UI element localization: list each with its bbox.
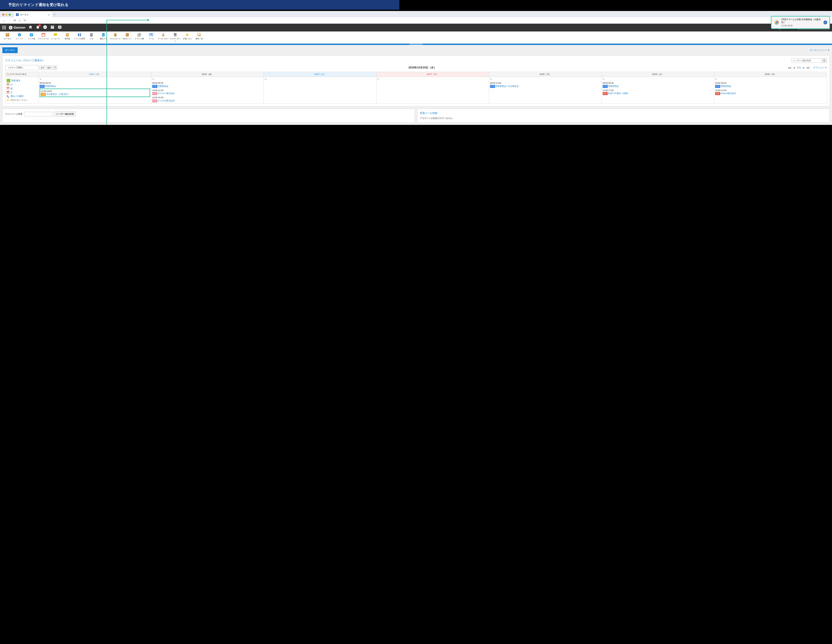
browser-tab[interactable]: G ポータル × <box>14 12 52 17</box>
home-nav-icon[interactable] <box>28 25 33 30</box>
day-header[interactable]: 10/27（日） <box>376 72 489 77</box>
event-item[interactable]: 10:00-12:00往訪Garoon株式会社 <box>715 89 826 95</box>
day-view-icon: 1 <box>6 83 9 86</box>
next-week-icon[interactable]: ▶▶ <box>807 66 810 69</box>
event-item[interactable]: 09:00-09:30打合営業部朝会 <box>152 82 263 88</box>
collapse-bar[interactable]: ⌃ <box>0 43 832 45</box>
nav-portal[interactable]: ポータル <box>2 32 13 42</box>
day-header[interactable]: 10/30（水） <box>714 72 827 77</box>
event-item[interactable]: 12:30-18:00出張月次報告会（大阪支社） <box>40 88 150 97</box>
event-item[interactable]: 09:00-09:30打合営業部朝会 <box>603 82 713 88</box>
nav-phone-memo[interactable]: 電話メモ <box>98 32 109 42</box>
popup-button[interactable]: ❐ <box>53 66 57 70</box>
maximize-window-icon[interactable] <box>9 14 11 16</box>
day-cell[interactable]: ✎09:00-10:00打合営業部朝会 / 月次報告会 <box>489 77 602 104</box>
day-header[interactable]: 10/28（月） <box>489 72 602 77</box>
event-item[interactable]: 09:00-09:30打合営業部朝会 <box>40 82 150 88</box>
user-picker-button[interactable]: ▾ <box>40 66 45 70</box>
day-cell[interactable]: ✎09:00-09:30打合営業部朝会10:00-12:00往訪ガルキン株式会社… <box>151 77 264 104</box>
nav-todo[interactable]: ToDoリスト <box>122 32 133 42</box>
event-item[interactable]: 09:00-10:00打合営業部朝会 / 月次報告会 <box>490 82 600 88</box>
add-event-icon[interactable]: ✎ <box>40 78 42 80</box>
nav-memo[interactable]: メモ <box>86 32 97 42</box>
add-event-icon[interactable]: ✎ <box>152 78 154 80</box>
nav-board[interactable]: 掲示板 <box>62 32 73 42</box>
event-item[interactable]: 14:00-15:00往訪サイボオ株式会社 <box>152 96 263 103</box>
add-event-icon[interactable]: ✎ <box>715 78 717 80</box>
next-day-icon[interactable]: ▶ <box>803 66 805 69</box>
home-icon[interactable]: ⌂ <box>19 19 20 22</box>
nav-files[interactable]: ファイル管理 <box>74 32 85 42</box>
event-item[interactable]: 13:00-17:00休み私用で午後休（高橋） <box>603 89 713 95</box>
month-view-link[interactable]: 月 <box>10 91 13 94</box>
phone-memo-link[interactable]: 電話メモ履歴 <box>10 95 23 98</box>
options-dropdown[interactable]: オプション ▼ <box>813 66 827 69</box>
nav-workflow[interactable]: ワークフロー <box>157 32 169 42</box>
day-header[interactable]: 10/25（金） <box>151 72 264 77</box>
nav-mail[interactable]: メール <box>146 32 157 42</box>
nav-links[interactable]: リンク集 <box>26 32 37 42</box>
day-cell[interactable]: ✎09:00-09:30打合営業部朝会13:00-17:00休み私用で午後休（高… <box>602 77 714 104</box>
nav-notifications[interactable]: 通知一覧 <box>194 32 205 42</box>
svg-rect-25 <box>91 35 92 35</box>
event-item[interactable]: 10:00-12:00往訪ガルキン株式会社 <box>152 89 263 95</box>
calendar-grid: 📋 (UTC+09:00) 東京 10/24（木） 10/25（金） 10/26… <box>5 72 827 104</box>
day-cell[interactable]: ✎ <box>264 77 376 104</box>
prev-week-icon[interactable]: ◀◀ <box>788 66 791 69</box>
desktop-notification[interactable]: [予定アラーム] 出張:月次報告会（大阪支社） 12:30-18:00 G <box>771 16 830 29</box>
bell-icon[interactable]: 1 <box>35 25 40 30</box>
user-avatar-icon <box>6 79 10 82</box>
prev-day-icon[interactable]: ◀ <box>793 66 795 69</box>
back-icon[interactable]: ← <box>3 19 5 22</box>
user-name-link[interactable]: 高橋 健太 <box>11 79 21 82</box>
nav-timecard[interactable]: タイムカード <box>109 32 121 42</box>
facility-picker-button[interactable]: 🏢▾ <box>46 66 52 70</box>
portal-menu-dropdown[interactable]: ポータルメニュー ▼ <box>810 47 830 51</box>
nav-space[interactable]: スペース <box>14 32 25 42</box>
day-cell[interactable]: ✎09:00-09:30打合営業部朝会12:30-18:00出張月次報告会（大阪… <box>38 77 151 104</box>
today-button[interactable]: 今日 <box>797 66 801 69</box>
close-window-icon[interactable] <box>2 14 4 16</box>
svg-rect-27 <box>114 33 117 37</box>
add-event-icon[interactable]: ✎ <box>265 78 267 80</box>
day-header[interactable]: 10/29（火） <box>602 72 714 77</box>
day-cell[interactable]: ✎ <box>376 77 489 104</box>
nav-message[interactable]: メッセージ <box>50 32 61 42</box>
schedule-search-input[interactable] <box>24 112 53 116</box>
svg-point-34 <box>174 35 175 36</box>
user-search-input[interactable] <box>792 58 822 62</box>
nav-schedule[interactable]: スケジュール <box>38 32 49 42</box>
svg-rect-29 <box>126 33 129 37</box>
group-select[interactable]: （グループ選択） <box>5 65 38 70</box>
arrow-right-icon <box>147 19 149 21</box>
close-tab-icon[interactable]: × <box>48 13 50 16</box>
smile-icon[interactable] <box>43 25 47 30</box>
day-cell[interactable]: ✎09:00-09:30打合営業部朝会10:00-12:00往訪Garoon株式… <box>714 77 827 104</box>
nav-favorite[interactable]: お気に入り <box>181 32 193 42</box>
search-icon[interactable] <box>822 58 827 62</box>
day-view-link[interactable]: 日 <box>10 83 13 86</box>
svg-rect-12 <box>6 35 9 37</box>
add-event-icon[interactable]: ✎ <box>603 78 605 80</box>
nav-address[interactable]: @アドレス帳 <box>133 32 145 42</box>
nav-multireport[interactable]: マルチレポート <box>170 32 181 42</box>
new-tab-button[interactable]: + <box>54 13 55 16</box>
add-event-icon[interactable]: ✎ <box>378 78 379 80</box>
apps-grid-icon[interactable] <box>2 26 6 29</box>
layout-icon[interactable] <box>50 25 54 30</box>
day-header[interactable]: 10/24（木） <box>38 72 151 77</box>
brand[interactable]: G Garoon <box>9 26 25 29</box>
day-header[interactable]: 10/26（土） <box>264 72 376 77</box>
week-view-link[interactable]: 週 <box>10 87 13 90</box>
user-facility-search-button[interactable]: ユーザー/施設検索 <box>54 112 76 117</box>
minimize-window-icon[interactable] <box>5 14 8 16</box>
svg-rect-21 <box>79 33 80 36</box>
forward-icon[interactable]: → <box>8 19 11 22</box>
reload-icon[interactable]: ⟳ <box>14 19 16 22</box>
site-settings-icon[interactable]: ⚙ <box>23 19 27 22</box>
globe-icon[interactable] <box>58 25 62 30</box>
add-event-icon[interactable]: ✎ <box>490 78 492 80</box>
event-item[interactable]: 09:00-09:30打合営業部朝会 <box>715 82 826 88</box>
browser-window: G ポータル × + ← → ⟳ ⌂ ⚙ [予定アラーム] 出張:月次報告会（大… <box>0 11 832 125</box>
schedule-title[interactable]: スケジュール（グループ週表示） <box>5 59 45 62</box>
